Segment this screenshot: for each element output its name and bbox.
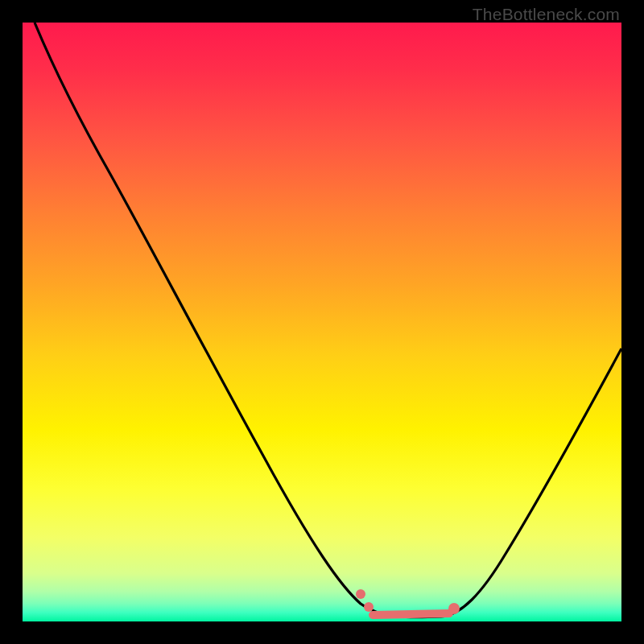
- marker-dot-3: [448, 603, 460, 614]
- watermark-text: TheBottleneck.com: [473, 5, 620, 24]
- optimal-range-bar: [373, 613, 449, 615]
- marker-dot-1: [356, 589, 365, 599]
- marker-dot-2: [364, 602, 374, 612]
- chart-svg: [23, 23, 621, 621]
- plot-area: [23, 23, 621, 621]
- curve-path: [35, 23, 621, 617]
- chart-container: TheBottleneck.com: [0, 0, 644, 644]
